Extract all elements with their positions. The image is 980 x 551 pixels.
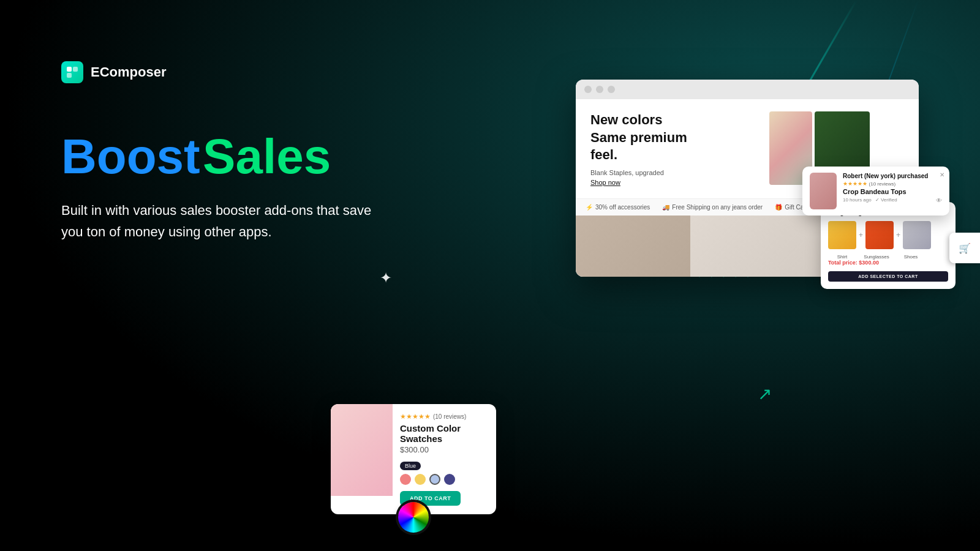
- hero-subtitle: Blank Staples, upgraded: [590, 169, 760, 176]
- browser-topbar: [576, 80, 919, 99]
- label-sunglasses: Sunglasses: [862, 254, 891, 260]
- right-panel: New colorsSame premiumfeel. Blank Staple…: [576, 80, 943, 277]
- notif-content: Robert (New york) purchased ★★★★★ (10 re…: [843, 173, 942, 204]
- plus-icon-2: +: [896, 231, 900, 239]
- notif-eye-icon: 👁: [936, 197, 942, 204]
- brand-name: EComposer: [91, 64, 166, 80]
- total-price-line: Total price: $300.00: [828, 260, 948, 266]
- notif-name: Robert (New york) purchased: [843, 173, 942, 179]
- hero-text: New colorsSame premiumfeel. Blank Staple…: [590, 111, 760, 186]
- product-cell-1: [576, 216, 690, 277]
- add-selected-button[interactable]: ADD SELECTED TO CART: [828, 271, 948, 282]
- svg-rect-2: [67, 73, 72, 78]
- color-label: Blue: [400, 462, 421, 470]
- subtext: Built in with various sales booster add-…: [61, 200, 380, 242]
- product-labels: Shirt Sunglasses Shoes: [828, 254, 948, 260]
- swatch-price: $300.00: [400, 445, 489, 454]
- total-label: Total price:: [828, 260, 858, 266]
- product-thumb-sunglasses: [865, 221, 894, 249]
- browser-dot-1: [584, 86, 592, 93]
- svg-rect-0: [67, 67, 72, 72]
- ticker-item-1: ⚡ 30% off accessories: [586, 204, 650, 211]
- color-dot-blue[interactable]: [429, 474, 440, 485]
- left-panel: EComposer Boost Sales Built in with vari…: [61, 61, 429, 242]
- browser-dot-3: [608, 86, 615, 93]
- color-dot-pink[interactable]: [400, 474, 411, 485]
- plus-icon-1: +: [859, 231, 863, 239]
- browser-dot-2: [596, 86, 603, 93]
- notif-avatar: [810, 173, 837, 209]
- product-thumb-shoes: [903, 221, 931, 249]
- ticker-text-1: 30% off accessories: [595, 204, 650, 211]
- swatch-product-image: [331, 404, 393, 496]
- cart-icon: 🛒: [959, 242, 971, 254]
- label-shirt: Shirt: [828, 254, 856, 260]
- notification-card: Robert (New york) purchased ★★★★★ (10 re…: [802, 167, 949, 216]
- headline-sales: Sales: [203, 129, 331, 184]
- deco-arrow: ↗: [758, 384, 772, 404]
- swatch-stars-row: ★★★★★ (10 reviews): [400, 413, 489, 421]
- notif-stars: ★★★★★ (10 reviews): [843, 181, 942, 187]
- headline: Boost Sales: [61, 132, 429, 181]
- label-shoes: Shoes: [897, 254, 925, 260]
- ticker-icon-3: 🎁: [775, 204, 782, 211]
- ticker-icon-2: 🚚: [662, 204, 669, 211]
- product-thumb-shirt: [828, 221, 856, 249]
- spark-star-icon: ✦: [380, 269, 392, 287]
- color-dots: [400, 474, 489, 485]
- total-price-value: $300.00: [859, 260, 879, 266]
- color-dot-navy[interactable]: [444, 474, 455, 485]
- swatch-product-name: Custom Color Swatches: [400, 423, 489, 444]
- notif-close-button[interactable]: ✕: [940, 171, 944, 178]
- notif-product: Crop Bandeau Tops: [843, 188, 942, 195]
- color-dot-yellow[interactable]: [415, 474, 426, 485]
- headline-boost: Boost: [61, 129, 200, 184]
- swatches-card: ★★★★★ (10 reviews) Custom Color Swatches…: [331, 404, 496, 514]
- swatch-info: ★★★★★ (10 reviews) Custom Color Swatches…: [393, 404, 496, 514]
- ticker-text-2: Free Shipping on any jeans order: [672, 204, 763, 211]
- ticker-icon-1: ⚡: [586, 204, 593, 211]
- logo-icon: [61, 61, 83, 83]
- color-wheel-icon: [398, 502, 429, 533]
- bought-together-products: + +: [828, 221, 948, 249]
- notif-meta: 10 hours ago ✓ Verified 👁: [843, 197, 942, 204]
- hero-title: New colorsSame premiumfeel.: [590, 111, 760, 164]
- product-cell-2: [690, 216, 805, 277]
- swatch-stars: ★★★★★: [400, 413, 431, 421]
- notif-verified: ✓ Verified: [875, 197, 897, 204]
- swatch-review-count: (10 reviews): [433, 413, 466, 420]
- hero-shop-link[interactable]: Shop now: [590, 179, 760, 186]
- cart-badge[interactable]: 🛒: [949, 233, 980, 263]
- logo-area: EComposer: [61, 61, 429, 83]
- notif-time: 10 hours ago: [843, 197, 872, 204]
- svg-rect-1: [73, 67, 78, 72]
- ticker-item-2: 🚚 Free Shipping on any jeans order: [662, 204, 763, 211]
